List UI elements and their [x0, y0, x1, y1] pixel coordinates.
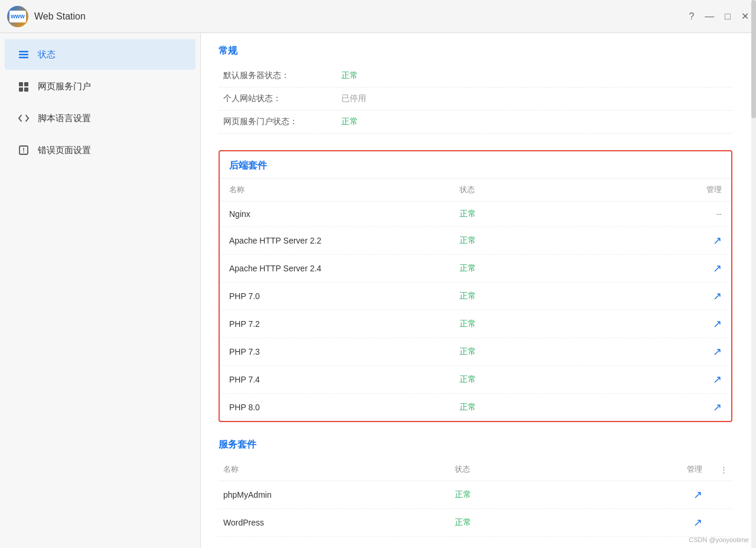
sidebar-item-script-lang[interactable]: 脚本语言设置 — [5, 103, 195, 134]
main-content: 常规 默认服务器状态： 正常 个人网站状态： 已停用 网页服务门户状态： 正常 … — [201, 33, 756, 548]
col-header-more: ⋮ — [707, 458, 733, 481]
general-table: 默认服务器状态： 正常 个人网站状态： 已停用 网页服务门户状态： 正常 — [219, 64, 732, 134]
pkg-name: Nginx — [220, 202, 450, 227]
table-row: 网页服务门户状态： 正常 — [219, 111, 732, 134]
pkg-name: PHP 7.2 — [220, 310, 450, 338]
status-badge: 正常 — [460, 402, 476, 411]
watermark: CSDN @yooyootime — [689, 536, 749, 543]
status-default-server: 正常 — [341, 70, 358, 80]
logo-text: www — [9, 11, 26, 22]
external-link-icon[interactable]: ↗︎ — [693, 516, 702, 529]
status-badge: 正常 — [460, 319, 476, 328]
scrollbar-thumb[interactable] — [751, 0, 756, 118]
sidebar-item-status[interactable]: 状态 — [5, 39, 195, 70]
help-button[interactable]: ? — [689, 11, 694, 22]
status-badge: 正常 — [460, 209, 476, 218]
close-button[interactable]: ✕ — [741, 11, 749, 22]
status-badge: 正常 — [455, 489, 471, 499]
table-row: phpMyAdmin 正常 ↗︎ — [219, 481, 732, 509]
col-header-status: 状态 — [450, 179, 578, 202]
external-link-icon[interactable]: ↗︎ — [713, 317, 722, 330]
backend-section: 后端套件 名称 状态 管理 Nginx 正常 -- Apache HTTP Se… — [219, 150, 732, 422]
pkg-name: PHP 8.0 — [220, 394, 450, 421]
svc-name: WordPress — [219, 509, 450, 537]
external-link-icon[interactable]: ↗︎ — [713, 401, 722, 414]
code-icon — [17, 111, 31, 125]
label-default-server: 默认服务器状态： — [219, 64, 337, 87]
svg-rect-1 — [19, 54, 28, 56]
status-web-portal: 正常 — [341, 116, 358, 126]
maximize-button[interactable]: □ — [725, 11, 731, 22]
window-controls: ? — □ ✕ — [689, 11, 749, 22]
service-table: 名称 状态 管理 ⋮ phpMyAdmin 正常 ↗︎ WordPress 正常… — [219, 458, 732, 537]
table-row: Apache HTTP Server 2.4 正常 ↗︎ — [220, 255, 731, 283]
table-header-row: 名称 状态 管理 — [220, 179, 731, 202]
manage-dash: -- — [716, 209, 722, 219]
table-row: 默认服务器状态： 正常 — [219, 64, 732, 87]
col-header-name: 名称 — [219, 458, 450, 481]
app-body: 状态 网页服务门户 脚本语言设置 — [0, 33, 756, 548]
app-title: Web Station — [34, 11, 689, 22]
svc-name: phpMyAdmin — [219, 481, 450, 509]
table-row: PHP 8.0 正常 ↗︎ — [220, 394, 731, 421]
error-icon: ! — [17, 143, 31, 157]
status-badge: 正常 — [460, 235, 476, 245]
svg-rect-6 — [24, 87, 28, 92]
svg-rect-5 — [19, 87, 23, 92]
col-header-manage: 管理 — [578, 458, 707, 481]
svg-rect-0 — [19, 51, 28, 53]
table-row: WordPress 正常 ↗︎ — [219, 509, 732, 537]
svg-rect-2 — [19, 57, 28, 59]
external-link-icon[interactable]: ↗︎ — [713, 290, 722, 303]
pkg-name: PHP 7.4 — [220, 366, 450, 394]
service-section: 服务套件 名称 状态 管理 ⋮ phpMyAdmin 正常 ↗︎ WordPre… — [219, 439, 732, 537]
menu-icon — [17, 47, 31, 61]
status-personal-site: 已停用 — [341, 93, 366, 103]
sidebar-item-web-portal[interactable]: 网页服务门户 — [5, 71, 195, 102]
sidebar-label-web-portal: 网页服务门户 — [38, 81, 91, 92]
status-badge: 正常 — [460, 291, 476, 300]
svg-rect-3 — [19, 82, 23, 86]
table-row: 个人网站状态： 已停用 — [219, 87, 732, 111]
pkg-name: Apache HTTP Server 2.4 — [220, 255, 450, 283]
sidebar-label-script-lang: 脚本语言设置 — [38, 113, 91, 124]
minimize-button[interactable]: — — [705, 11, 714, 22]
portal-icon — [17, 79, 31, 93]
app-logo: www — [7, 6, 28, 27]
status-badge: 正常 — [460, 346, 476, 356]
table-header-row: 名称 状态 管理 ⋮ — [219, 458, 732, 481]
service-section-title: 服务套件 — [219, 439, 732, 451]
pkg-name: Apache HTTP Server 2.2 — [220, 227, 450, 255]
table-row: PHP 7.4 正常 ↗︎ — [220, 366, 731, 394]
sidebar: 状态 网页服务门户 脚本语言设置 — [0, 33, 201, 548]
external-link-icon[interactable]: ↗︎ — [713, 262, 722, 275]
external-link-icon[interactable]: ↗︎ — [713, 234, 722, 247]
table-row: Apache HTTP Server 2.2 正常 ↗︎ — [220, 227, 731, 255]
sidebar-item-error-page[interactable]: ! 错误页面设置 — [5, 135, 195, 166]
svg-text:!: ! — [22, 147, 25, 154]
table-row: Nginx 正常 -- — [220, 202, 731, 227]
titlebar: www Web Station ? — □ ✕ — [0, 0, 756, 33]
table-row: PHP 7.0 正常 ↗︎ — [220, 283, 731, 310]
table-row: PHP 7.2 正常 ↗︎ — [220, 310, 731, 338]
status-badge: 正常 — [460, 263, 476, 273]
sidebar-label-error-page: 错误页面设置 — [38, 145, 91, 156]
status-badge: 正常 — [455, 517, 471, 527]
external-link-icon[interactable]: ↗︎ — [693, 488, 702, 501]
external-link-icon[interactable]: ↗︎ — [713, 345, 722, 358]
col-header-status: 状态 — [450, 458, 579, 481]
status-badge: 正常 — [460, 374, 476, 384]
label-web-portal: 网页服务门户状态： — [219, 111, 337, 134]
sidebar-label-status: 状态 — [38, 49, 56, 60]
label-personal-site: 个人网站状态： — [219, 87, 337, 111]
col-header-name: 名称 — [220, 179, 450, 202]
external-link-icon[interactable]: ↗︎ — [713, 373, 722, 386]
svg-rect-4 — [24, 82, 28, 86]
pkg-name: PHP 7.0 — [220, 283, 450, 310]
backend-section-title: 后端套件 — [220, 151, 731, 179]
pkg-name: PHP 7.3 — [220, 338, 450, 366]
col-header-manage: 管理 — [578, 179, 731, 202]
table-row: PHP 7.3 正常 ↗︎ — [220, 338, 731, 366]
scrollbar-track[interactable] — [751, 0, 756, 548]
general-section-title: 常规 — [219, 45, 732, 57]
